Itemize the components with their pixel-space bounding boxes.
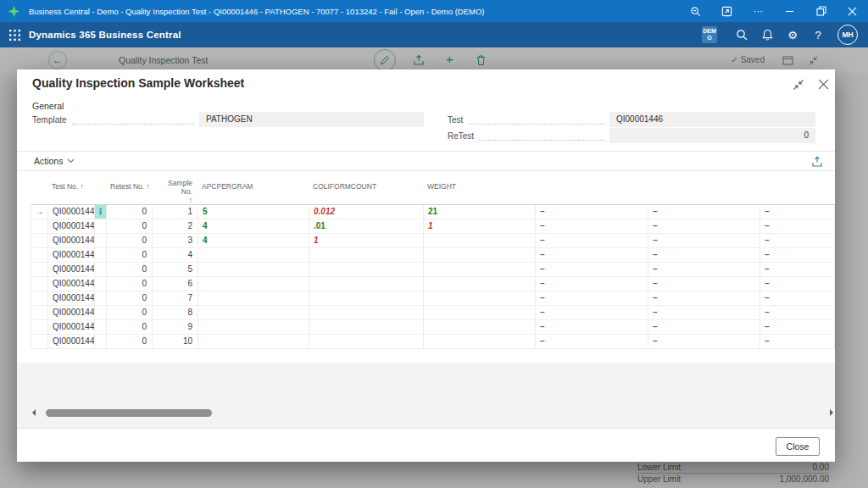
cell-empty-value[interactable]: – [536, 277, 648, 291]
scrollbar-thumb[interactable] [46, 409, 212, 417]
cell-value[interactable]: .01 [309, 219, 424, 233]
cell-sample-no[interactable]: 7 [153, 291, 198, 305]
column-header[interactable]: Test No. ↑ [47, 180, 94, 204]
cell-value[interactable] [198, 291, 309, 305]
cell-value[interactable] [424, 263, 536, 276]
cell-test-no[interactable]: QI00001446 [48, 263, 95, 276]
column-header[interactable]: COLIFORMCOUNT [309, 180, 423, 204]
column-header[interactable]: Sample No. ↑ [152, 180, 198, 204]
cell-test-no[interactable]: QI00001446 [48, 248, 95, 262]
template-input[interactable]: PATHOGEN [199, 112, 424, 127]
cell-value[interactable] [309, 306, 424, 319]
user-avatar[interactable]: MH [837, 25, 858, 45]
cell-context-menu-icon[interactable] [95, 320, 107, 334]
table-row[interactable]: QI00001446024.011––– [31, 219, 835, 234]
cell-retest-no[interactable]: 0 [107, 234, 153, 247]
cell-value[interactable] [198, 306, 309, 319]
cell-value[interactable] [424, 234, 536, 247]
row-indicator-icon[interactable] [31, 335, 48, 348]
table-row[interactable]: QI0000144607––– [31, 291, 835, 306]
table-row[interactable]: →QI00001446⋮0150.01221––– [31, 205, 835, 219]
cell-retest-no[interactable]: 0 [107, 205, 153, 219]
cell-context-menu-icon[interactable] [95, 277, 107, 291]
row-indicator-icon[interactable] [31, 234, 48, 247]
cell-value[interactable] [424, 335, 536, 348]
cell-value[interactable]: 0.012 [309, 205, 424, 219]
cell-retest-no[interactable]: 0 [107, 291, 153, 305]
cell-empty-value[interactable]: – [648, 320, 760, 334]
cell-empty-value[interactable]: – [536, 263, 648, 276]
horizontal-scrollbar[interactable] [31, 407, 835, 419]
cell-value[interactable] [309, 263, 424, 276]
cell-value[interactable] [198, 335, 309, 348]
cell-value[interactable] [309, 335, 424, 348]
cell-context-menu-icon[interactable] [95, 306, 107, 319]
cell-empty-value[interactable]: – [648, 291, 760, 305]
app-launcher-waffle-icon[interactable] [0, 22, 29, 47]
cell-empty-value[interactable]: – [648, 234, 760, 247]
column-header[interactable]: WEIGHT [423, 180, 535, 204]
close-window-button[interactable] [837, 0, 868, 22]
cell-retest-no[interactable]: 0 [107, 277, 153, 291]
column-header[interactable]: Retest No. ↑ [106, 180, 152, 204]
cell-retest-no[interactable]: 0 [107, 248, 153, 262]
help-icon[interactable]: ? [805, 22, 831, 47]
cell-value[interactable] [309, 320, 424, 334]
cell-test-no[interactable]: QI00001446 [48, 291, 95, 305]
cell-test-no[interactable]: QI00001446 [48, 205, 95, 219]
cell-value[interactable]: 21 [424, 205, 536, 219]
cell-test-no[interactable]: QI00001446 [48, 277, 95, 291]
restore-button[interactable] [805, 0, 837, 22]
row-indicator-icon[interactable] [31, 219, 48, 233]
cell-empty-value[interactable]: – [760, 277, 835, 291]
cell-value[interactable]: 4 [198, 219, 309, 233]
notifications-bell-icon[interactable] [754, 22, 780, 47]
cell-value[interactable] [424, 320, 536, 334]
cell-empty-value[interactable]: – [760, 205, 835, 219]
cell-empty-value[interactable]: – [648, 219, 760, 233]
cell-empty-value[interactable]: – [536, 306, 648, 319]
environment-badge[interactable]: DEMO [702, 26, 717, 43]
row-indicator-icon[interactable] [31, 320, 48, 334]
cell-retest-no[interactable]: 0 [107, 320, 153, 334]
cell-sample-no[interactable]: 8 [153, 306, 198, 319]
row-indicator-icon[interactable] [31, 306, 48, 319]
cell-empty-value[interactable]: – [760, 234, 835, 247]
table-row[interactable]: QI0000144604––– [31, 248, 835, 263]
test-input[interactable]: QI00001446 [609, 112, 815, 127]
close-button[interactable]: Close [776, 437, 820, 456]
cell-sample-no[interactable]: 9 [153, 320, 198, 334]
actions-menu[interactable]: Actions [34, 156, 63, 166]
cell-test-no[interactable]: QI00001446 [48, 219, 95, 233]
cell-value[interactable] [424, 277, 536, 291]
cell-context-menu-icon[interactable] [95, 263, 107, 276]
cell-value[interactable] [309, 277, 424, 291]
cell-sample-no[interactable]: 6 [153, 277, 198, 291]
row-indicator-icon[interactable] [31, 291, 48, 305]
cell-sample-no[interactable]: 1 [153, 205, 198, 219]
cell-value[interactable]: 5 [198, 205, 309, 219]
cell-sample-no[interactable]: 5 [153, 263, 198, 276]
scroll-right-arrow[interactable] [830, 409, 833, 416]
cell-value[interactable] [424, 248, 536, 262]
cell-sample-no[interactable]: 3 [153, 234, 198, 247]
zoom-page-icon[interactable] [680, 0, 711, 22]
settings-gear-icon[interactable]: ⚙ [780, 22, 805, 47]
cell-test-no[interactable]: QI00001446 [48, 306, 95, 319]
cell-empty-value[interactable]: – [648, 248, 760, 262]
cell-context-menu-icon[interactable] [95, 219, 107, 233]
scroll-left-arrow[interactable] [32, 409, 36, 416]
cell-context-menu-icon[interactable] [95, 291, 107, 305]
cell-empty-value[interactable]: – [760, 248, 835, 262]
cell-value[interactable]: 4 [198, 234, 309, 247]
cell-sample-no[interactable]: 10 [153, 335, 198, 348]
table-row[interactable]: QI0000144608––– [31, 306, 835, 320]
cell-context-menu-icon[interactable] [95, 234, 107, 247]
app-available-icon[interactable] [711, 0, 743, 22]
cell-empty-value[interactable]: – [760, 335, 835, 348]
cell-sample-no[interactable]: 2 [153, 219, 198, 233]
cell-empty-value[interactable]: – [760, 263, 835, 276]
cell-retest-no[interactable]: 0 [107, 263, 153, 276]
cell-empty-value[interactable]: – [648, 263, 760, 276]
cell-test-no[interactable]: QI00001446 [48, 335, 95, 348]
